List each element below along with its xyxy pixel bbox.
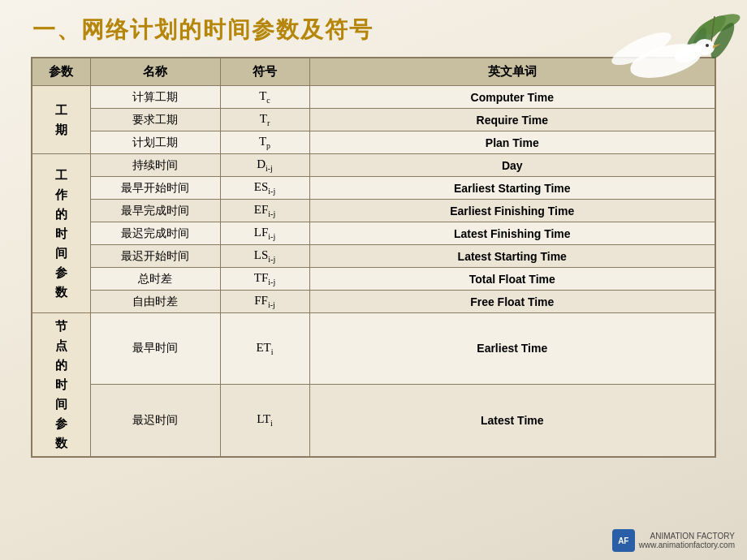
cell-english: Require Time [309,109,715,131]
main-table: 参数 名称 符号 英文单词 工期 计算工期 Tc Computer Time 要… [31,57,716,458]
watermark: AF ANIMATION FACTORY www.animationfactor… [612,529,735,552]
table-row: 总时差 TFi-j Total Float Time [32,268,715,291]
watermark-text: ANIMATION FACTORY www.animationfactory.c… [639,532,735,549]
cell-symbol: EFi-j [220,200,309,222]
table-row: 最迟开始时间 LSi-j Latest Starting Time [32,245,715,268]
header-english: 英文单词 [309,58,715,86]
table-row: 自由时差 FFi-j Free Float Time [32,291,715,313]
cell-name: 最迟开始时间 [90,245,220,268]
table-row: 要求工期 Tr Require Time [32,109,715,131]
cell-name: 持续时间 [90,154,220,177]
cell-name: 最早开始时间 [90,177,220,200]
cell-name: 最早完成时间 [90,200,220,222]
table-row: 最迟时间 LTi Latest Time [32,384,715,457]
page-container: 一、网络计划的时间参数及符号 参数 名称 符号 英文单词 工期 计算工期 Tc … [0,0,747,560]
cell-english: Latest Starting Time [309,245,715,268]
cell-name: 最早时间 [90,313,220,385]
cell-symbol: FFi-j [220,291,309,313]
cell-symbol: LTi [220,384,309,457]
cell-english: Latest Time [309,384,715,457]
cell-name: 总时差 [90,268,220,291]
cell-symbol: LSi-j [220,245,309,268]
cell-english: Plan Time [309,131,715,154]
watermark-logo: AF [612,529,635,552]
cell-english: Earliest Starting Time [309,177,715,200]
header-param: 参数 [32,58,90,86]
header-name: 名称 [90,58,220,86]
table-row: 节点的时间参数 最早时间 ETi Earliest Time [32,313,715,385]
cell-name: 最迟时间 [90,384,220,457]
cell-symbol: ETi [220,313,309,385]
cell-symbol: ESi-j [220,177,309,200]
cell-symbol: Tr [220,109,309,131]
cell-name: 最迟完成时间 [90,222,220,245]
cell-name: 计划工期 [90,131,220,154]
cell-symbol: LFi-j [220,222,309,245]
table-wrapper: 参数 名称 符号 英文单词 工期 计算工期 Tc Computer Time 要… [0,57,747,458]
table-row: 最早开始时间 ESi-j Earliest Starting Time [32,177,715,200]
cell-symbol: Tp [220,131,309,154]
cell-symbol: Di-j [220,154,309,177]
title-area: 一、网络计划的时间参数及符号 [0,0,747,54]
cell-name: 计算工期 [90,86,220,109]
cell-name: 自由时差 [90,291,220,313]
table-row: 计划工期 Tp Plan Time [32,131,715,154]
table-row: 最迟完成时间 LFi-j Latest Finishing Time [32,222,715,245]
cell-name: 要求工期 [90,109,220,131]
cell-english: Day [309,154,715,177]
cell-english: Total Float Time [309,268,715,291]
cell-english: Earliest Finishing Time [309,200,715,222]
cell-english: Earliest Time [309,313,715,385]
page-title: 一、网络计划的时间参数及符号 [32,15,715,45]
cell-symbol: TFi-j [220,268,309,291]
watermark-line1: ANIMATION FACTORY [639,532,735,541]
cell-english: Latest Finishing Time [309,222,715,245]
cell-symbol: Tc [220,86,309,109]
group-label-gongzuo: 工作的时间参数 [32,154,90,313]
table-header-row: 参数 名称 符号 英文单词 [32,58,715,86]
header-symbol: 符号 [220,58,309,86]
cell-english: Computer Time [309,86,715,109]
table-row: 工期 计算工期 Tc Computer Time [32,86,715,109]
cell-english: Free Float Time [309,291,715,313]
group-label-jiedian: 节点的时间参数 [32,313,90,458]
table-row: 工作的时间参数 持续时间 Di-j Day [32,154,715,177]
table-row: 最早完成时间 EFi-j Earliest Finishing Time [32,200,715,222]
watermark-line2: www.animationfactory.com [639,541,735,549]
group-label-gongqi: 工期 [32,86,90,154]
